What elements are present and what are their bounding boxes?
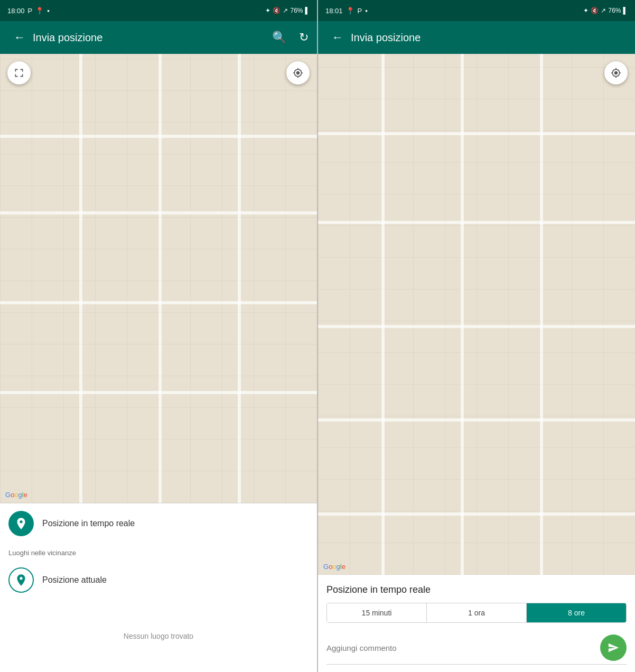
parking-icon: P — [28, 7, 33, 15]
signal-icon: ↗ — [283, 7, 288, 14]
current-option[interactable]: Posizione attuale — [0, 560, 317, 600]
duration-options: 15 minuti 1 ora 8 ore — [326, 603, 627, 623]
realtime-icon-circle — [8, 511, 34, 536]
realtime-panel: Posizione in tempo reale 15 minuti 1 ora… — [318, 575, 635, 672]
map-road — [79, 54, 82, 503]
screen-right: 18:01 📍 P ▪ ✦ 🔇 ↗ 76% ▌ ← Invia posizion… — [318, 0, 635, 672]
battery-bar-right: ▌ — [623, 7, 628, 14]
app-bar-left: ← Invia posizione 🔍 ↻ — [0, 21, 317, 54]
map-road-r — [318, 512, 635, 516]
battery-bar-left: ▌ — [305, 7, 310, 14]
screen-left: 18:00 P 📍 ▪ ✦ 🔇 ↗ 76% ▌ ← Invia posizion… — [0, 0, 317, 672]
map-road — [158, 54, 162, 503]
status-right-right: ✦ 🔇 ↗ 76% ▌ — [583, 7, 628, 14]
no-places-text: Nessun luogo trovato — [0, 600, 317, 672]
refresh-button-left[interactable]: ↻ — [299, 31, 309, 44]
bluetooth-icon-r: ✦ — [583, 7, 589, 14]
gps-button-left[interactable] — [286, 61, 310, 85]
send-button[interactable] — [600, 634, 627, 661]
signal-icon-r: ↗ — [601, 7, 606, 14]
time-right: 18:01 — [325, 7, 343, 15]
battery-pct-left: 76% — [290, 7, 303, 14]
time-left: 18:00 — [7, 7, 25, 15]
back-button-right[interactable]: ← — [332, 31, 343, 44]
nearby-label: Luoghi nelle vicinanze — [0, 544, 317, 560]
comment-input[interactable] — [326, 643, 595, 652]
battery-icon: ▪ — [47, 7, 50, 15]
realtime-option[interactable]: Posizione in tempo reale — [0, 503, 317, 544]
google-logo-left: Google — [5, 491, 27, 499]
gps-button-right[interactable] — [604, 61, 628, 85]
location-icon: 📍 — [35, 7, 44, 15]
search-button-left[interactable]: 🔍 — [272, 31, 286, 44]
realtime-title: Posizione in tempo reale — [326, 584, 627, 595]
map-road-r — [540, 54, 543, 575]
google-logo-right: Google — [323, 563, 345, 571]
location-icon-r: 📍 — [346, 7, 354, 15]
duration-15min[interactable]: 15 minuti — [327, 603, 427, 622]
duration-8h[interactable]: 8 ore — [527, 603, 626, 622]
realtime-label: Posizione in tempo reale — [42, 519, 135, 528]
status-right-left: ✦ 🔇 ↗ 76% ▌ — [265, 7, 310, 14]
app-title-left: Invia posizione — [33, 32, 259, 44]
app-title-right: Invia posizione — [351, 32, 627, 44]
back-button-left[interactable]: ← — [14, 31, 25, 44]
status-bar-right: 18:01 📍 P ▪ ✦ 🔇 ↗ 76% ▌ — [318, 0, 635, 21]
map-road-r — [318, 221, 635, 224]
bluetooth-icon: ✦ — [265, 7, 270, 14]
mute-icon-r: 🔇 — [591, 7, 599, 14]
map-road-r — [318, 325, 635, 328]
parking-icon-r: P — [358, 7, 362, 15]
map-road-r — [318, 132, 635, 135]
map-left: Google — [0, 54, 317, 503]
battery-pct-right: 76% — [608, 7, 621, 14]
status-time-left: 18:00 P 📍 ▪ — [7, 7, 50, 15]
current-label: Posizione attuale — [42, 575, 107, 585]
fullscreen-button[interactable] — [7, 61, 31, 85]
map-road — [238, 54, 241, 503]
map-road-r — [461, 54, 464, 575]
mute-icon: 🔇 — [273, 7, 281, 14]
comment-row — [326, 631, 627, 665]
battery-icon-r: ▪ — [365, 7, 368, 15]
bottom-panel-left: Posizione in tempo reale Luoghi nelle vi… — [0, 503, 317, 672]
app-bar-right: ← Invia posizione — [318, 21, 635, 54]
map-right: Google — [318, 54, 635, 575]
map-road-r — [381, 54, 385, 575]
status-time-right: 18:01 📍 P ▪ — [325, 7, 368, 15]
status-bar-left: 18:00 P 📍 ▪ ✦ 🔇 ↗ 76% ▌ — [0, 0, 317, 21]
duration-1h[interactable]: 1 ora — [427, 603, 527, 622]
map-road-r — [318, 418, 635, 422]
current-icon-circle — [8, 567, 34, 593]
